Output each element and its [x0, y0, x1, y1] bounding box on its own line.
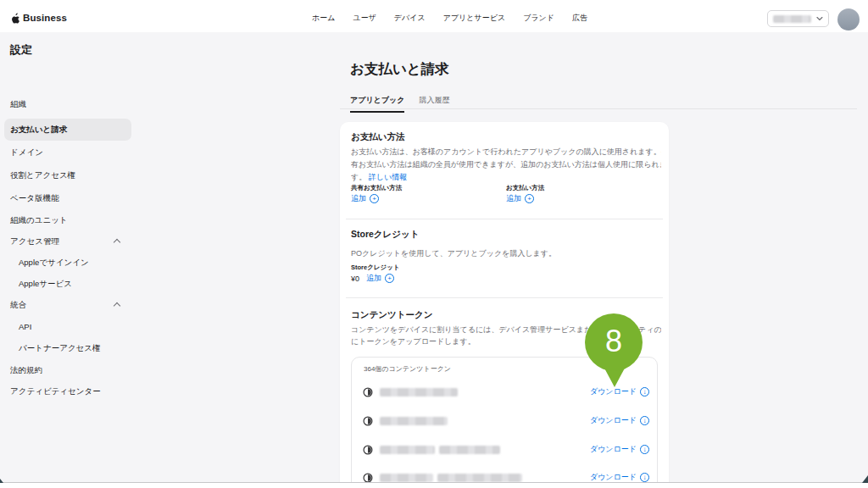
download-circle-icon: ↓ — [640, 473, 649, 482]
nav-item-devices[interactable]: デバイス — [394, 13, 426, 24]
sidebar-item-integrations[interactable]: 統合 — [4, 294, 131, 316]
token-count-label: 364個のコンテンツトークン — [364, 364, 451, 374]
sidebar-item-org-units[interactable]: 組織のユニット — [4, 209, 131, 231]
payment-methods-heading: お支払い方法 — [351, 131, 405, 143]
download-link[interactable]: ダウンロード ↓ — [590, 444, 649, 455]
redacted-token-name — [380, 446, 500, 454]
content-tokens-heading: コンテンツトークン — [351, 309, 432, 321]
billing-card: お支払い方法 お支払い方法は、お客様のアカウントで行われたアプリやブックの購入に… — [340, 122, 669, 483]
add-shared-payment-button[interactable]: 追加 + — [351, 193, 379, 204]
token-row: ダウンロード ↓ — [352, 440, 659, 460]
store-credit-label: Storeクレジット — [351, 263, 400, 272]
sidebar-item-partner-access[interactable]: パートナーアクセス権 — [4, 337, 131, 359]
redacted-token-name — [380, 388, 458, 396]
nav-item-brand[interactable]: ブランド — [523, 13, 554, 24]
top-nav: Business ホーム ユーザ デバイス アプリとサービス ブランド 広告 — [0, 0, 868, 32]
learn-more-link[interactable]: 詳しい情報 — [369, 173, 407, 181]
section-divider — [346, 219, 663, 219]
sidebar-item-api[interactable]: API — [4, 315, 131, 337]
token-row: ダウンロード ↓ — [352, 411, 659, 431]
redacted-token-name — [380, 474, 522, 482]
sidebar-item-beta-features[interactable]: ベータ版機能 — [4, 187, 131, 209]
add-store-credit-button[interactable]: 追加 + — [366, 273, 394, 284]
sidebar-item-organization[interactable]: 組織 — [4, 93, 131, 115]
store-credit-amount: ¥0 — [351, 274, 359, 283]
plus-circle-icon: + — [385, 274, 394, 283]
annotation-number: 8 — [605, 324, 622, 359]
chevron-up-icon — [114, 302, 120, 309]
download-circle-icon: ↓ — [640, 416, 649, 425]
token-row: ダウンロード ↓ — [352, 468, 659, 483]
token-icon — [362, 415, 374, 427]
tab-divider — [340, 108, 857, 109]
tab-apps-books[interactable]: アプリとブック — [350, 95, 404, 113]
apple-logo-icon — [11, 13, 20, 24]
payment-description-line3: す。 詳しい情報 — [351, 172, 661, 183]
download-link[interactable]: ダウンロード ↓ — [590, 472, 649, 483]
nav-item-ads[interactable]: 広告 — [572, 13, 587, 24]
nav-item-users[interactable]: ユーザ — [353, 13, 376, 24]
download-link[interactable]: ダウンロード ↓ — [590, 386, 649, 397]
tab-purchase-history[interactable]: 購入履歴 — [419, 95, 449, 113]
additional-payment-label: お支払い方法 — [506, 184, 544, 192]
sidebar-item-legal-terms[interactable]: 法的規約 — [4, 359, 131, 381]
store-credit-description: POクレジットを使用して、アプリとブックを購入します。 — [351, 248, 661, 259]
page: Business ホーム ユーザ デバイス アプリとサービス ブランド 広告 設… — [0, 0, 868, 483]
payment-description-line1: お支払い方法は、お客様のアカウントで行われたアプリやブックの購入に使用されます。… — [351, 147, 661, 158]
sidebar-item-payments-billing[interactable]: お支払いと請求 — [4, 119, 131, 141]
plus-circle-icon: + — [370, 194, 379, 203]
sidebar-item-domains[interactable]: ドメイン — [4, 141, 131, 164]
section-divider — [346, 297, 663, 298]
nav-item-home[interactable]: ホーム — [312, 13, 335, 24]
add-payment-button[interactable]: 追加 + — [506, 193, 534, 204]
brand-name: Business — [23, 13, 67, 23]
sidebar-item-access-management[interactable]: アクセス管理 — [4, 230, 131, 252]
redacted-account-name — [773, 15, 811, 23]
token-icon — [362, 444, 374, 456]
brand-logo[interactable]: Business — [11, 0, 67, 32]
tab-bar: アプリとブック 購入履歴 — [350, 95, 449, 113]
sidebar-item-roles-access[interactable]: 役割とアクセス権 — [4, 164, 131, 186]
shared-payment-label: 共有お支払い方法 — [351, 184, 402, 192]
store-credit-amount-row: ¥0 追加 + — [351, 273, 394, 284]
avatar[interactable] — [837, 8, 860, 30]
download-circle-icon: ↓ — [640, 387, 649, 396]
chevron-down-icon — [816, 16, 823, 21]
sidebar-item-apple-services[interactable]: Appleサービス — [4, 273, 131, 295]
step-annotation-badge: 8 — [585, 313, 643, 371]
token-row: ダウンロード ↓ — [352, 382, 659, 402]
page-title: お支払いと請求 — [350, 60, 449, 79]
token-icon — [362, 386, 374, 398]
plus-circle-icon: + — [525, 194, 534, 203]
sidebar-item-activity-center[interactable]: アクティビティセンター — [4, 380, 131, 402]
download-link[interactable]: ダウンロード ↓ — [590, 415, 649, 426]
app-window: Business ホーム ユーザ デバイス アプリとサービス ブランド 広告 設… — [0, 0, 868, 488]
token-icon — [362, 472, 374, 483]
account-switcher[interactable] — [767, 10, 829, 27]
nav-item-apps-services[interactable]: アプリとサービス — [443, 13, 505, 24]
redacted-token-name — [380, 417, 448, 425]
payment-description-line2: 有お支払い方法は組織の全員が使用できますが、追加のお支払い方法は個人使用に限られ… — [351, 159, 661, 170]
chevron-up-icon — [114, 239, 120, 246]
sidebar-item-sign-in-with-apple[interactable]: Appleでサインイン — [4, 252, 131, 274]
store-credit-heading: Storeクレジット — [351, 229, 420, 241]
download-circle-icon: ↓ — [640, 445, 649, 454]
primary-nav: ホーム ユーザ デバイス アプリとサービス ブランド 広告 — [312, 7, 587, 29]
sidebar-heading: 設定 — [10, 42, 32, 58]
